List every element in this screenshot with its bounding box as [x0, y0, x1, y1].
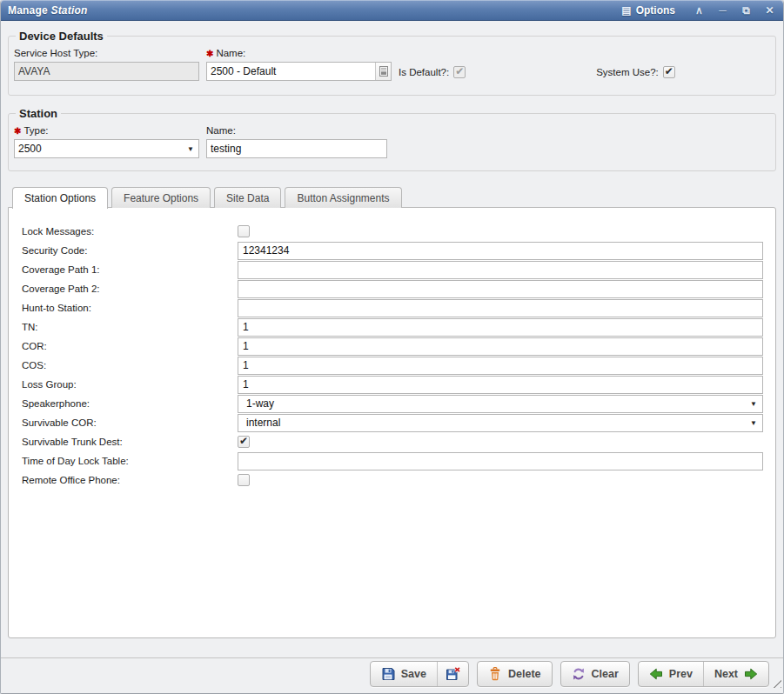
select-value: 1-way — [238, 397, 745, 410]
window-titlebar: Manage Station ▤ Options ∧ ─ ⧉ ✕ — [1, 0, 783, 21]
loss-group-label: Loss Group: — [22, 379, 238, 390]
coverage-path-1-input[interactable] — [238, 261, 763, 279]
options-list-icon: ▤ — [621, 4, 631, 17]
field-wrap — [238, 451, 763, 470]
station-fieldset: Station ✱Type: 2500 ▼ Name: — [8, 107, 776, 171]
lock-messages-label: Lock Messages: — [22, 226, 238, 237]
select-value: internal — [238, 417, 745, 429]
tab-feature-options[interactable]: Feature Options — [111, 187, 211, 208]
device-name-label: ✱Name: — [206, 48, 392, 58]
tn-label: TN: — [22, 322, 238, 332]
is-default-label: Is Default?: — [399, 67, 449, 77]
field-wrap — [238, 470, 763, 490]
tab-button-assignments[interactable]: Button Assignments — [285, 187, 401, 208]
dropdown-arrow-icon: ▼ — [745, 400, 762, 408]
field-wrap: ✔ — [238, 432, 763, 451]
field-wrap — [238, 337, 763, 356]
combo-picker-icon[interactable] — [375, 63, 391, 80]
window-title-prefix: Manage — [8, 4, 48, 17]
form-row: COR: — [22, 337, 763, 356]
coverage-path-2-input[interactable] — [238, 280, 763, 298]
next-button[interactable]: Next — [703, 662, 768, 686]
refresh-icon — [572, 667, 586, 681]
form-row: Survivable COR:internal▼ — [22, 413, 763, 432]
field-wrap — [238, 260, 763, 279]
delete-button-group: Delete — [477, 661, 553, 687]
form-row: Loss Group: — [22, 375, 763, 394]
time-of-day-lock-table-input[interactable] — [238, 452, 763, 470]
save-button[interactable]: Save — [371, 662, 437, 686]
clear-button[interactable]: Clear — [561, 662, 629, 686]
tn-input[interactable] — [238, 318, 763, 337]
field-wrap — [238, 279, 763, 298]
speakerphone-label: Speakerphone: — [22, 398, 238, 409]
security-code-label: Security Code: — [22, 245, 238, 256]
system-use-checkbox[interactable]: ✔ — [663, 66, 675, 78]
service-host-type-input — [14, 62, 199, 81]
tab-site-data[interactable]: Site Data — [214, 187, 281, 208]
station-type-select[interactable]: 2500 ▼ — [14, 139, 199, 158]
device-name-combo-input[interactable] — [207, 63, 375, 80]
device-name-combo[interactable] — [206, 62, 392, 81]
dropdown-arrow-icon: ▼ — [183, 145, 198, 153]
speakerphone-select[interactable]: 1-way▼ — [238, 395, 763, 413]
service-host-type-label: Service Host Type: — [14, 48, 199, 58]
station-name-input[interactable] — [206, 139, 387, 158]
bottom-toolbar: Save — [1, 657, 783, 690]
collapse-icon[interactable]: ∧ — [693, 5, 706, 16]
form-row: Remote Office Phone: — [22, 470, 763, 490]
field-wrap — [238, 222, 763, 241]
save-button-group: Save — [370, 661, 469, 687]
resize-handle[interactable] — [770, 677, 781, 688]
dropdown-arrow-icon: ▼ — [745, 419, 762, 427]
survivable-trunk-dest-checkbox[interactable]: ✔ — [238, 436, 250, 448]
save-close-floppy-x-icon — [446, 667, 460, 681]
lock-messages-checkbox[interactable] — [238, 225, 250, 237]
station-name-label: Name: — [206, 125, 387, 136]
close-icon[interactable]: ✕ — [763, 5, 776, 16]
window-title: Manage Station — [8, 4, 88, 17]
field-wrap — [238, 241, 763, 260]
options-button-label: Options — [636, 4, 675, 17]
cos-input[interactable] — [238, 357, 763, 375]
prev-button[interactable]: Prev — [639, 662, 703, 686]
form-row: Coverage Path 1: — [22, 260, 763, 279]
save-close-button[interactable] — [437, 662, 468, 686]
hunt-to-station-label: Hunt-to Station: — [22, 303, 238, 313]
remote-office-phone-checkbox[interactable] — [238, 474, 250, 486]
tab-station-options[interactable]: Station Options — [12, 187, 108, 209]
station-tabpanel: Station OptionsFeature OptionsSite DataB… — [8, 187, 776, 638]
field-wrap — [238, 375, 763, 394]
save-floppy-icon — [381, 667, 395, 681]
device-defaults-fieldset: Device Defaults Service Host Type: ✱Name… — [8, 30, 776, 96]
time-of-day-lock-table-label: Time of Day Lock Table: — [22, 456, 238, 466]
cor-input[interactable] — [238, 337, 763, 356]
field-wrap: 1-way▼ — [238, 394, 763, 413]
minimize-icon[interactable]: ─ — [716, 5, 729, 16]
required-asterisk: ✱ — [14, 126, 21, 136]
security-code-input[interactable] — [238, 242, 763, 260]
form-row: Lock Messages: — [22, 222, 763, 241]
remote-office-phone-label: Remote Office Phone: — [22, 475, 238, 485]
cos-label: COS: — [22, 360, 238, 370]
device-defaults-legend: Device Defaults — [16, 30, 107, 43]
hunt-to-station-input[interactable] — [238, 299, 763, 317]
form-row: Survivable Trunk Dest:✔ — [22, 432, 763, 451]
form-row: Coverage Path 2: — [22, 279, 763, 298]
station-type-label: ✱Type: — [14, 125, 199, 136]
coverage-path-2-label: Coverage Path 2: — [22, 284, 238, 294]
popout-icon[interactable]: ⧉ — [740, 5, 753, 16]
tab-body: Lock Messages:Security Code:Coverage Pat… — [8, 207, 776, 638]
form-row: COS: — [22, 356, 763, 375]
survivable-cor-select[interactable]: internal▼ — [238, 414, 763, 432]
window-bottom-edge — [1, 690, 783, 693]
field-wrap — [238, 317, 763, 337]
titlebar-tools: ▤ Options ∧ ─ ⧉ ✕ — [621, 4, 776, 17]
clear-button-group: Clear — [560, 661, 630, 687]
field-wrap: internal▼ — [238, 413, 763, 432]
delete-button[interactable]: Delete — [478, 662, 552, 686]
options-button[interactable]: ▤ Options — [621, 4, 675, 17]
loss-group-input[interactable] — [238, 376, 763, 394]
form-row: Hunt-to Station: — [22, 298, 763, 317]
form-row: Time of Day Lock Table: — [22, 451, 763, 470]
